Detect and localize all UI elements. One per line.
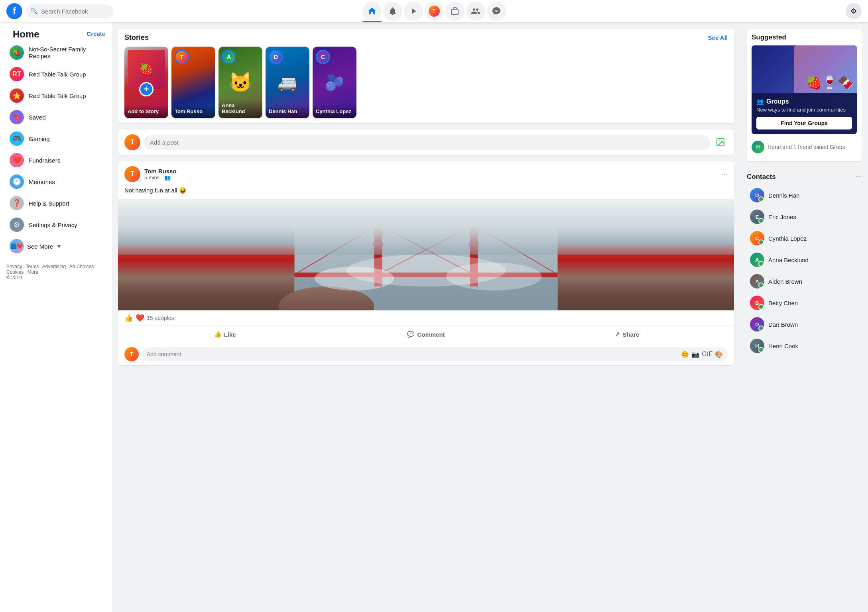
contact-item-anna-becklund[interactable]: A Anna Becklund	[747, 249, 862, 270]
search-input[interactable]	[41, 8, 108, 15]
sidebar-label-settings: Settings & Privacy	[29, 222, 77, 228]
footer-link-adchoices[interactable]: Ad Choices	[69, 264, 94, 269]
search-icon: 🔍	[30, 8, 38, 15]
groups-icon: 👥	[756, 98, 764, 105]
sidebar-item-see-more[interactable]: 🟦❤️ See More ▼	[3, 236, 108, 257]
emoji-icon[interactable]: 😊	[681, 351, 689, 358]
contact-avatar-dan-brown: D	[750, 317, 764, 332]
contact-item-eric-jones[interactable]: E Eric Jones	[747, 206, 862, 227]
post-composer: T	[118, 129, 734, 155]
contact-item-cynthia-lopez[interactable]: C Cynthia Lopez	[747, 228, 862, 249]
contact-name-eric-jones: Eric Jones	[768, 214, 796, 220]
contacts-title: Contacts	[747, 173, 776, 181]
sidebar-header: Home Create	[0, 26, 112, 41]
nav-messenger-button[interactable]	[487, 2, 506, 21]
footer-link-more[interactable]: More	[28, 269, 38, 275]
nav-notifications-button[interactable]	[383, 2, 402, 21]
sidebar-icon-see-more: 🟦❤️	[10, 239, 24, 253]
like-button[interactable]: 👍 Like	[124, 328, 325, 341]
search-bar[interactable]: 🔍	[26, 4, 113, 18]
sidebar-item-gaming[interactable]: 🎮 Gaming	[3, 128, 108, 149]
sidebar-label-fundraisers: Fundraisers	[29, 157, 60, 164]
sidebar-title: Home	[6, 26, 46, 41]
sidebar-item-fundraisers[interactable]: ❤️ Fundraisers	[3, 150, 108, 171]
contacts-more-button[interactable]: ···	[856, 173, 862, 181]
nav-profile-button[interactable]: T	[425, 2, 444, 21]
sidebar-icon-fundraisers: ❤️	[10, 153, 24, 167]
friend-avatar: H	[752, 141, 764, 153]
stories-list: 🍓 + Add to Story T Tom Russo	[124, 47, 728, 118]
add-photo-button[interactable]	[713, 135, 728, 149]
svg-rect-7	[374, 231, 383, 234]
top-nav: f 🔍 T ⚙	[0, 0, 868, 22]
facebook-logo[interactable]: f	[6, 3, 22, 19]
footer-link-cookies[interactable]: Cookies	[6, 269, 24, 275]
camera-icon[interactable]: 📷	[691, 351, 699, 358]
footer-copyright: © 2019	[6, 275, 105, 280]
story-card-add[interactable]: 🍓 + Add to Story	[124, 47, 168, 118]
post-dot: ·	[161, 175, 163, 180]
story-name-dennis-han: Dennis Han	[266, 105, 309, 118]
post-input[interactable]	[144, 135, 710, 150]
sidebar-label-see-more: See More	[27, 243, 53, 250]
suggested-section: Suggested 🍓🍷🍫 👥 Groups New ways to find …	[747, 29, 862, 161]
sidebar-label-red-table-2: Red Table Talk Group	[29, 92, 86, 99]
comment-icons: 😊 📷 GIF 🎨	[681, 351, 723, 358]
svg-rect-8	[374, 243, 383, 246]
footer-link-privacy[interactable]: Privacy	[6, 264, 22, 269]
sidebar-footer-links: Privacy Terms Advertising Ad Choices Coo…	[6, 264, 105, 275]
contact-item-dennis-han[interactable]: D Dennis Han	[747, 185, 862, 206]
stories-title: Stories	[124, 33, 149, 42]
contact-item-betty-chen[interactable]: B Betty Chen	[747, 292, 862, 313]
sidebar-label-help: Help & Support	[29, 200, 69, 207]
nav-home-button[interactable]	[362, 2, 382, 21]
sticker-icon[interactable]: 🎨	[715, 351, 723, 358]
share-icon: ↗	[615, 331, 620, 338]
story-card-tom-russo[interactable]: T Tom Russo	[171, 47, 215, 118]
sidebar-item-saved[interactable]: 🔖 Saved	[3, 107, 108, 128]
composer-avatar: T	[124, 134, 140, 150]
story-name-cynthia-lopez: Cynthia Lopez	[313, 105, 356, 118]
sidebar-item-red-table-1[interactable]: RT Red Table Talk Group	[3, 64, 108, 84]
story-card-cynthia-lopez[interactable]: 🫐 C Cynthia Lopez	[313, 47, 356, 118]
comment-input[interactable]	[147, 351, 681, 357]
find-groups-button[interactable]: Find Your Groups	[756, 117, 852, 129]
post-header: T Tom Russo 5 mins · 👥 ···	[118, 161, 734, 187]
share-button[interactable]: ↗ Share	[527, 328, 728, 341]
sidebar-item-memories[interactable]: 🕐 Memories	[3, 171, 108, 192]
sidebar-item-settings[interactable]: ⚙ Settings & Privacy	[3, 214, 108, 235]
post-reactions: 👍 ❤️ 15 peoples	[118, 310, 734, 326]
left-sidebar: Home Create 🍓 Not-So-Secret Family Recip…	[0, 22, 112, 612]
nav-watch-button[interactable]	[404, 2, 423, 21]
contact-item-aiden-brown[interactable]: A Aiden Brown	[747, 271, 862, 292]
sidebar-item-family-recipes[interactable]: 🍓 Not-So-Secret Family Recipes	[3, 42, 108, 63]
contact-avatar-aiden-brown: A	[750, 274, 764, 288]
settings-button[interactable]: ⚙	[846, 3, 862, 19]
contact-item-henri-cook[interactable]: H Henri Cook	[747, 335, 862, 356]
comment-button[interactable]: 💬 Comment	[325, 328, 526, 341]
svg-point-19	[446, 263, 542, 290]
footer-link-advertising[interactable]: Advertising	[42, 264, 66, 269]
story-card-anna-becklund[interactable]: 🐱 A Anna Becklund	[218, 47, 262, 118]
gif-icon[interactable]: GIF	[702, 351, 713, 358]
comment-input-wrapper[interactable]: 😊 📷 GIF 🎨	[142, 347, 728, 361]
sidebar-item-help[interactable]: ❓ Help & Support	[3, 193, 108, 214]
contact-item-dan-brown[interactable]: D Dan Brown	[747, 314, 862, 335]
post-text: Not having fun at all 😝	[118, 187, 734, 199]
see-all-button[interactable]: See All	[708, 34, 728, 41]
svg-rect-9	[469, 231, 479, 234]
svg-rect-3	[295, 199, 558, 247]
footer-link-terms[interactable]: Terms	[26, 264, 39, 269]
friend-notice-text: Henri and 1 friend joined Grops	[768, 144, 845, 150]
chevron-down-icon: ▼	[56, 243, 62, 249]
post-card: T Tom Russo 5 mins · 👥 ··· Not having fu…	[118, 161, 734, 365]
create-button[interactable]: Create	[87, 30, 105, 37]
nav-groups-button[interactable]	[466, 2, 485, 21]
sidebar-item-red-table-2[interactable]: ⭐ Red Table Talk Group	[3, 85, 108, 106]
post-more-button[interactable]: ···	[721, 170, 728, 179]
story-card-dennis-han[interactable]: 🚐 D Dennis Han	[266, 47, 309, 118]
nav-marketplace-button[interactable]	[445, 2, 465, 21]
contact-name-aiden-brown: Aiden Brown	[768, 278, 802, 285]
sidebar-label-red-table-1: Red Table Talk Group	[29, 71, 86, 78]
contact-avatar-cynthia-lopez: C	[750, 231, 764, 245]
